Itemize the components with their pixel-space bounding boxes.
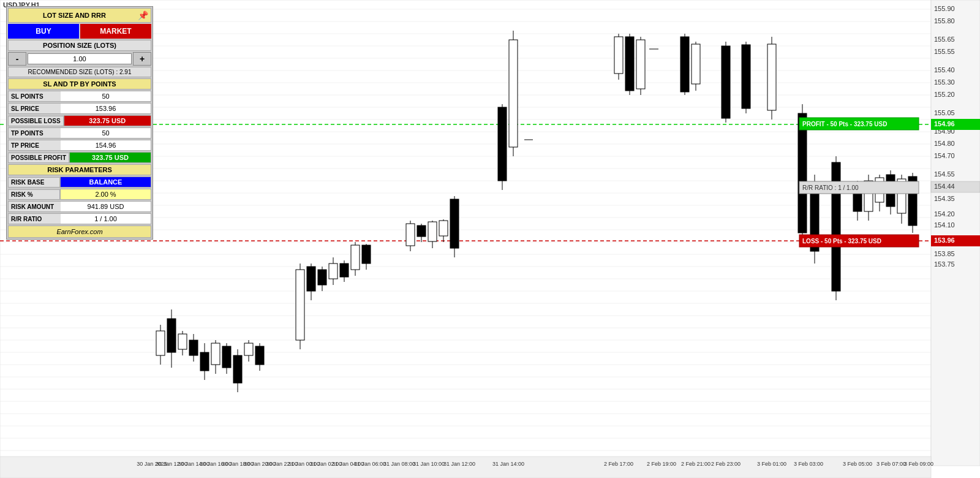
- price-label-10: 154.80: [934, 140, 955, 147]
- tp-price-row: TP PRICE 154.96: [8, 140, 151, 151]
- earnforex-label: EarnForex.com: [8, 226, 151, 238]
- panel-title: LOT SIZE AND RRR: [11, 12, 138, 19]
- price-label-6: 155.30: [934, 78, 955, 86]
- minus-button[interactable]: -: [8, 52, 26, 66]
- svg-rect-48: [167, 319, 176, 352]
- tp-points-label: TP POINTS: [9, 128, 61, 138]
- sl-price-value: 153.96: [61, 104, 151, 113]
- time-label-23: 3 Feb 07:00: [876, 461, 906, 467]
- loss-price-label: 153.96: [934, 237, 955, 244]
- tp-points-row: TP POINTS 50: [8, 127, 151, 138]
- svg-rect-90: [498, 107, 507, 181]
- svg-rect-95: [614, 37, 623, 74]
- sl-price-label: SL PRICE: [9, 104, 61, 113]
- price-label-17: 153.75: [934, 260, 955, 268]
- possible-loss-value: 323.75 USD: [64, 115, 151, 126]
- tp-points-value: 50: [61, 128, 151, 138]
- possible-loss-label: POSSIBLE LOSS: [8, 116, 64, 126]
- sl-price-row: SL PRICE 153.96: [8, 103, 151, 114]
- svg-rect-112: [798, 113, 807, 233]
- risk-amount-row: RISK AMOUNT 941.89 USD: [8, 201, 151, 212]
- svg-rect-84: [428, 222, 437, 241]
- price-label-8: 155.05: [934, 109, 955, 116]
- risk-pct-label: RISK %: [8, 189, 60, 200]
- rr-ratio-label: R/R RATIO: [9, 214, 61, 224]
- svg-rect-102: [680, 37, 689, 92]
- position-size-input[interactable]: [28, 53, 132, 64]
- svg-rect-92: [509, 40, 518, 147]
- price-label-12: 154.55: [934, 170, 955, 178]
- possible-profit-row: POSSIBLE PROFIT 323.75 USD: [8, 152, 151, 163]
- position-size-label: POSITION SIZE (LOTS): [8, 40, 151, 51]
- sl-points-row: SL POINTS 50: [8, 91, 151, 102]
- price-label-7: 155.20: [934, 91, 955, 98]
- plus-button[interactable]: +: [133, 52, 151, 66]
- risk-amount-label: RISK AMOUNT: [9, 202, 61, 211]
- risk-params-header: RISK PARAMETERS: [8, 164, 151, 175]
- market-button[interactable]: MARKET: [80, 24, 151, 39]
- buy-market-row: BUY MARKET: [8, 24, 151, 39]
- trading-panel: LOT SIZE AND RRR 📌 BUY MARKET POSITION S…: [6, 6, 153, 240]
- svg-rect-78: [362, 245, 371, 264]
- svg-rect-74: [340, 264, 349, 277]
- svg-rect-108: [742, 45, 750, 108]
- svg-rect-82: [417, 226, 426, 237]
- svg-rect-50: [178, 334, 187, 349]
- rr-ratio-value: 1 / 1.00: [61, 214, 151, 224]
- risk-base-row: RISK BASE BALANCE: [8, 176, 151, 188]
- price-label-5: 155.40: [934, 66, 955, 74]
- rr-annotation: R/R RATIO : 1 / 1.00: [802, 184, 859, 191]
- svg-rect-88: [450, 199, 459, 248]
- time-label-14: 31 Jan 12:00: [443, 461, 475, 467]
- price-label-3: 155.65: [934, 36, 955, 43]
- time-label-21: 3 Feb 03:00: [794, 461, 823, 467]
- possible-profit-value: 323.75 USD: [69, 152, 151, 163]
- risk-pct-value: 2.00 %: [60, 189, 151, 200]
- buy-button[interactable]: BUY: [8, 24, 79, 39]
- possible-profit-label: POSSIBLE PROFIT: [8, 153, 69, 163]
- profit-annotation: PROFIT - 50 Pts - 323.75 USD: [802, 121, 887, 127]
- price-label-11: 154.70: [934, 152, 955, 159]
- time-label-20: 3 Feb 01:00: [757, 461, 786, 467]
- svg-rect-68: [307, 267, 315, 291]
- possible-loss-row: POSSIBLE LOSS 323.75 USD: [8, 115, 151, 126]
- time-label-11: 31 Jan 06:00: [354, 461, 386, 467]
- price-label-1: 155.90: [934, 5, 955, 12]
- position-size-input-row: - +: [8, 52, 151, 66]
- time-label-22: 3 Feb 05:00: [843, 461, 872, 467]
- risk-amount-value: 941.89 USD: [61, 202, 151, 211]
- svg-rect-72: [329, 264, 337, 279]
- time-label-12: 31 Jan 08:00: [383, 461, 415, 467]
- profit-price-label: 154.96: [934, 120, 955, 127]
- svg-rect-76: [351, 245, 360, 270]
- svg-rect-54: [200, 352, 209, 371]
- risk-base-label: RISK BASE: [8, 177, 60, 188]
- svg-rect-56: [211, 343, 220, 365]
- svg-rect-132: [0, 457, 931, 478]
- pin-icon[interactable]: 📌: [138, 10, 148, 20]
- time-label-16: 2 Feb 17:00: [604, 461, 633, 467]
- rr-price-label: 154.44: [934, 183, 955, 190]
- svg-rect-70: [318, 270, 326, 285]
- svg-rect-66: [296, 270, 304, 340]
- sl-tp-header: SL AND TP BY POINTS: [8, 78, 151, 89]
- svg-rect-60: [233, 355, 242, 383]
- svg-rect-110: [767, 44, 776, 110]
- risk-pct-row: RISK % 2.00 %: [8, 189, 151, 200]
- tp-price-label: TP PRICE: [9, 140, 61, 150]
- risk-base-value: BALANCE: [60, 176, 151, 188]
- sl-points-value: 50: [61, 91, 151, 101]
- price-label-14: 154.20: [934, 210, 955, 218]
- time-label-17: 2 Feb 19:00: [647, 461, 676, 467]
- time-label-13: 31 Jan 10:00: [413, 461, 445, 467]
- sl-points-label: SL POINTS: [9, 91, 61, 101]
- rr-ratio-row: R/R RATIO 1 / 1.00: [8, 213, 151, 224]
- tp-price-value: 154.96: [61, 140, 151, 150]
- price-label-4: 155.55: [934, 48, 955, 55]
- time-label-24: 3 Feb 09:00: [904, 461, 933, 467]
- svg-rect-58: [222, 346, 231, 368]
- panel-title-row: LOT SIZE AND RRR 📌: [8, 8, 151, 23]
- time-label-19: 2 Feb 23:00: [711, 461, 741, 467]
- svg-rect-97: [625, 37, 634, 91]
- svg-rect-80: [406, 224, 415, 246]
